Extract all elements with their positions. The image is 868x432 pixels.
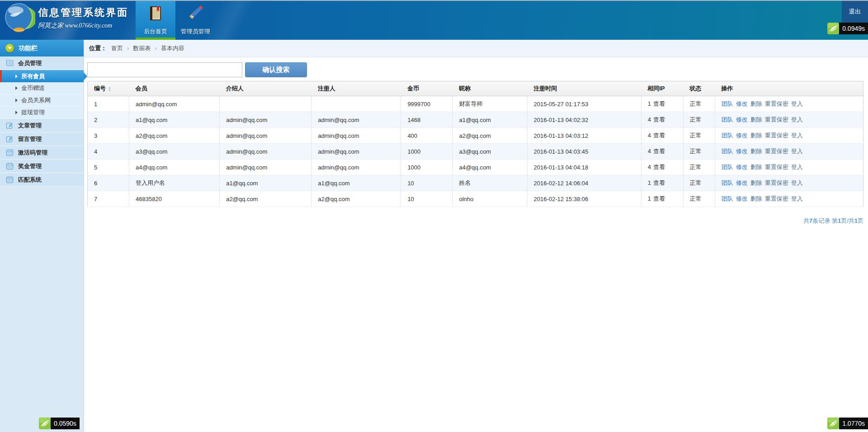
action-reset-password[interactable]: 重置保密: [765, 132, 788, 139]
cell-registrar: admin@qq.com: [311, 128, 401, 144]
confirm-search-button[interactable]: 确认搜索: [245, 62, 307, 77]
breadcrumb-link[interactable]: 基本内容: [161, 45, 184, 52]
cell-reg_time: 2016-01-13 04:02:32: [527, 112, 641, 128]
action-edit[interactable]: 修改: [736, 195, 748, 202]
action-login[interactable]: 登入: [791, 148, 803, 155]
action-delete[interactable]: 删除: [750, 164, 762, 170]
action-reset-password[interactable]: 重置保密: [765, 116, 788, 123]
cell-status: 正常: [683, 144, 715, 160]
action-delete[interactable]: 删除: [750, 148, 762, 155]
top-tab[interactable]: 管理员管理: [175, 1, 215, 40]
action-login[interactable]: 登入: [791, 179, 803, 186]
action-team[interactable]: 团队: [722, 116, 733, 123]
action-edit[interactable]: 修改: [736, 164, 748, 170]
view-link[interactable]: 查看: [653, 164, 665, 170]
sidebar-item[interactable]: 金币赠送: [0, 82, 84, 94]
action-team[interactable]: 团队: [722, 164, 733, 170]
action-edit[interactable]: 修改: [736, 132, 748, 139]
cell-status: 正常: [683, 96, 715, 112]
action-delete[interactable]: 删除: [750, 132, 762, 139]
cell-id: 3: [88, 128, 129, 144]
cell-nickname: 财富导师: [453, 96, 527, 112]
table-row: 746835820a2@qq.coma2@qq.com10olnho2016-0…: [88, 191, 863, 207]
table-row: 6登入用户名a1@qq.coma1@qq.com10姓名2016-02-12 1…: [88, 175, 863, 191]
sidebar-section-label: 文章管理: [18, 122, 42, 130]
cell-registrar: admin@qq.com: [311, 160, 401, 175]
view-link[interactable]: 查看: [653, 116, 665, 123]
action-login[interactable]: 登入: [791, 132, 803, 139]
action-edit[interactable]: 修改: [736, 148, 748, 155]
sidebar-item[interactable]: 所有會員: [0, 70, 84, 82]
breadcrumb-link[interactable]: 数据表: [133, 45, 151, 52]
list-icon: [6, 59, 14, 67]
sidebar-section[interactable]: 留言管理: [0, 132, 84, 146]
action-team[interactable]: 团队: [722, 195, 733, 202]
action-reset-password[interactable]: 重置保密: [765, 164, 788, 170]
action-delete[interactable]: 删除: [750, 116, 762, 123]
logout-button[interactable]: 退出: [842, 1, 868, 23]
column-header: 会员: [129, 81, 220, 96]
breadcrumb-link[interactable]: 首页: [111, 45, 123, 52]
table-body: 1admin@qq.com9999700财富导师2015-05-27 01:17…: [88, 96, 863, 207]
cell-member: admin@qq.com: [129, 96, 220, 112]
sort-icon[interactable]: ▲▼: [108, 86, 111, 92]
top-tab[interactable]: 后台首页: [136, 1, 175, 40]
column-header: 相同IP: [641, 81, 683, 96]
caret-icon: [15, 75, 18, 78]
action-reset-password[interactable]: 重置保密: [765, 195, 788, 202]
search-row: 确认搜索: [87, 62, 868, 77]
same-ip-count: 1: [648, 100, 651, 107]
view-link[interactable]: 查看: [653, 100, 665, 107]
cell-registrar: admin@qq.com: [311, 112, 401, 128]
cell-member: 登入用户名: [129, 175, 220, 191]
action-delete[interactable]: 删除: [750, 195, 762, 202]
action-edit[interactable]: 修改: [736, 100, 748, 107]
action-reset-password[interactable]: 重置保密: [765, 148, 788, 155]
column-header-label: 金币: [407, 85, 419, 92]
sidebar-section[interactable]: 奖金管理: [0, 160, 84, 173]
breadcrumb-items: 首页›数据表›基本内容: [111, 44, 184, 52]
view-link[interactable]: 查看: [653, 132, 665, 139]
sidebar-item-label: 所有會員: [21, 72, 45, 80]
admin-tools-icon: [186, 4, 205, 23]
column-header: 介绍人: [220, 81, 311, 96]
sidebar-item[interactable]: 提现管理: [0, 107, 84, 119]
action-login[interactable]: 登入: [791, 100, 803, 107]
action-team[interactable]: 团队: [722, 148, 733, 155]
sidebar-section-label: 会员管理: [18, 59, 42, 67]
view-link[interactable]: 查看: [653, 179, 665, 186]
pagination: 共7条记录 第1页/共1页: [87, 217, 863, 225]
action-team[interactable]: 团队: [722, 179, 733, 186]
action-team[interactable]: 团队: [722, 132, 733, 139]
view-link[interactable]: 查看: [653, 195, 665, 202]
cell-same-ip: 1查看: [641, 175, 683, 191]
action-delete[interactable]: 删除: [750, 179, 762, 186]
action-team[interactable]: 团队: [722, 100, 733, 107]
view-link[interactable]: 查看: [653, 148, 665, 155]
cell-member: a2@qq.com: [129, 128, 220, 144]
action-reset-password[interactable]: 重置保密: [765, 179, 788, 186]
action-login[interactable]: 登入: [791, 164, 803, 170]
action-login[interactable]: 登入: [791, 116, 803, 123]
cell-referrer: admin@qq.com: [220, 144, 311, 160]
app-title: 信息管理系统界面: [38, 6, 128, 19]
sidebar-item[interactable]: 会员关系网: [0, 94, 84, 107]
action-reset-password[interactable]: 重置保密: [765, 100, 788, 107]
column-header: 注册人: [311, 81, 401, 96]
breadcrumb-label: 位置：: [89, 44, 107, 52]
search-input[interactable]: [87, 62, 242, 77]
action-edit[interactable]: 修改: [736, 116, 748, 123]
members-table: 编号▲▼会员介绍人注册人金币昵称注册时间相同IP状态操作 1admin@qq.c…: [87, 81, 863, 207]
column-header: 昵称: [453, 81, 527, 96]
sidebar-section[interactable]: 文章管理: [0, 119, 84, 132]
action-login[interactable]: 登入: [791, 195, 803, 202]
sidebar-section[interactable]: 会员管理: [0, 56, 84, 70]
sidebar-section-label: 留言管理: [18, 135, 42, 143]
action-delete[interactable]: 删除: [750, 100, 762, 107]
cell-actions: 团队修改删除重置保密登入: [715, 175, 863, 191]
sidebar-header[interactable]: 功能栏: [0, 40, 84, 56]
cell-same-ip: 4查看: [641, 128, 683, 144]
action-edit[interactable]: 修改: [736, 179, 748, 186]
sidebar-section[interactable]: 激活码管理: [0, 146, 84, 160]
sidebar-section[interactable]: 匹配系统: [0, 173, 84, 187]
